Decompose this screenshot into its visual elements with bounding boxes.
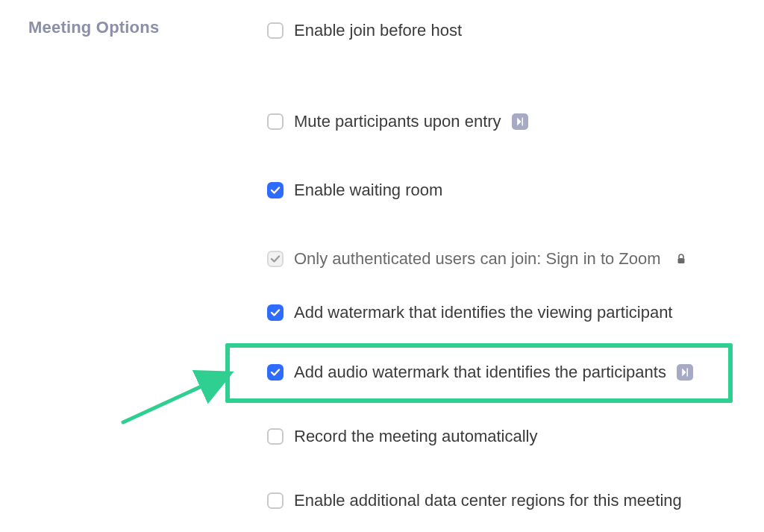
option-label: Only authenticated users can join: Sign … <box>294 249 661 269</box>
info-icon[interactable] <box>512 113 528 130</box>
checkbox-icon[interactable] <box>267 113 284 130</box>
option-label: Enable waiting room <box>294 181 442 200</box>
option-mute-participants-upon-entry[interactable]: Mute participants upon entry <box>263 109 755 134</box>
checkbox-icon[interactable] <box>267 182 284 198</box>
checkbox-icon <box>267 251 284 267</box>
section-title: Meeting Options <box>28 18 159 37</box>
checkbox-icon[interactable] <box>267 428 284 445</box>
option-enable-data-center-regions[interactable]: Enable additional data center regions fo… <box>263 488 755 513</box>
option-record-automatically[interactable]: Record the meeting automatically <box>263 424 755 449</box>
lock-icon <box>676 253 686 265</box>
option-label: Add watermark that identifies the viewin… <box>294 303 672 322</box>
option-add-video-watermark[interactable]: Add watermark that identifies the viewin… <box>263 300 755 325</box>
checkbox-icon[interactable] <box>267 304 284 321</box>
option-label: Enable additional data center regions fo… <box>294 491 682 510</box>
checkbox-icon[interactable] <box>267 22 284 39</box>
svg-rect-0 <box>677 258 684 263</box>
option-label: Add audio watermark that identifies the … <box>294 363 666 382</box>
option-enable-join-before-host[interactable]: Enable join before host <box>263 18 755 43</box>
checkbox-icon[interactable] <box>267 364 284 381</box>
option-enable-waiting-room[interactable]: Enable waiting room <box>263 178 755 203</box>
option-label: Mute participants upon entry <box>294 112 501 131</box>
annotation-arrow-icon <box>119 364 246 424</box>
option-label: Enable join before host <box>294 21 462 40</box>
option-add-audio-watermark[interactable]: Add audio watermark that identifies the … <box>263 360 755 385</box>
option-only-authenticated-users: Only authenticated users can join: Sign … <box>263 246 755 272</box>
checkbox-icon[interactable] <box>267 492 284 509</box>
option-label: Record the meeting automatically <box>294 427 538 446</box>
info-icon[interactable] <box>677 364 693 381</box>
meeting-options-list: Enable join before host Mute participant… <box>263 18 755 513</box>
